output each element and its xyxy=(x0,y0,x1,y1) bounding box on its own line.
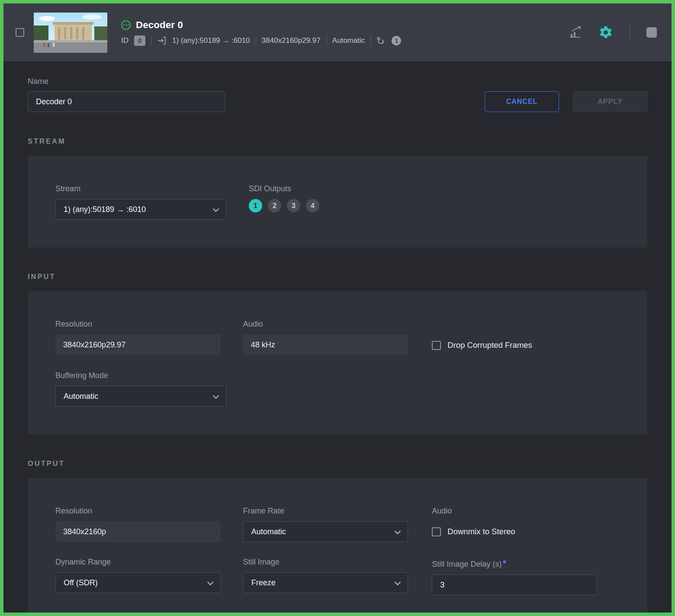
sdi-outputs-row: 1 2 3 4 xyxy=(249,199,420,212)
input-card: Resolution 3840x2160p29.97 Audio 48 kHz … xyxy=(28,291,647,434)
required-dot-icon: ● xyxy=(502,558,506,565)
name-label: Name xyxy=(28,77,225,86)
stream-select-value: 1) (any):50189 → :6010 xyxy=(64,205,146,214)
sdi-output-2[interactable]: 2 xyxy=(268,199,281,212)
output-resolution-value: 3840x2160p xyxy=(55,521,221,542)
drop-corrupted-frames-checkbox-row[interactable]: Drop Corrupted Frames xyxy=(432,335,597,356)
preview-thumbnail xyxy=(34,13,107,53)
stream-field-group: Stream 1) (any):50189 → :6010 xyxy=(55,184,226,220)
frame-rate-select[interactable]: Automatic xyxy=(243,521,408,542)
dynamic-range-value: Off (SDR) xyxy=(64,578,98,587)
dynamic-range-group: Dynamic Range Off (SDR) xyxy=(55,558,221,595)
output-resolution-label: Resolution xyxy=(55,507,221,516)
panel-toggle-icon[interactable] xyxy=(646,27,657,38)
meta-divider xyxy=(256,36,256,45)
page-title: Decoder 0 xyxy=(136,19,183,31)
output-audio-group: Audio Downmix to Stereo xyxy=(432,507,597,542)
still-delay-label: Still Image Delay (s)● xyxy=(432,558,597,569)
header-actions xyxy=(568,23,657,42)
decoder-status-icon xyxy=(121,20,131,30)
thumbnail-image xyxy=(34,13,107,53)
drop-corrupted-frames-label: Drop Corrupted Frames xyxy=(447,340,532,350)
stream-input-icon xyxy=(157,36,167,45)
frame-rate-value: Automatic xyxy=(251,527,286,536)
name-row: Name CANCEL APPLY xyxy=(28,77,647,112)
sdi-output-1[interactable]: 1 xyxy=(249,199,262,212)
downmix-stereo-checkbox-row[interactable]: Downmix to Stereo xyxy=(432,521,597,542)
input-audio-label: Audio xyxy=(243,320,408,329)
output-resolution-group: Resolution 3840x2160p xyxy=(55,507,221,542)
cancel-button[interactable]: CANCEL xyxy=(485,91,559,112)
sdi-output-3[interactable]: 3 xyxy=(287,199,300,212)
decoder-header: Decoder 0 ID 0 1) (any):50189 → :6010 38… xyxy=(3,3,672,61)
buffering-mode-value: Automatic xyxy=(64,392,98,401)
downmix-stereo-checkbox[interactable] xyxy=(432,527,441,536)
still-image-value: Freeze xyxy=(251,578,276,587)
statistics-chart-icon[interactable] xyxy=(568,26,582,39)
title-block: Decoder 0 ID 0 1) (any):50189 → :6010 38… xyxy=(121,19,401,46)
input-resolution-value: 3840x2160p29.97 xyxy=(55,334,221,355)
action-buttons: CANCEL APPLY xyxy=(485,91,647,112)
frame-rate-label: Frame Rate xyxy=(243,507,408,516)
still-delay-input[interactable] xyxy=(432,574,597,595)
chevron-down-icon xyxy=(207,579,213,585)
meta-resolution: 3840x2160p29.97 xyxy=(262,36,321,45)
input-audio-value: 48 kHz xyxy=(243,334,408,355)
stream-card: Stream 1) (any):50189 → :6010 SDI Output… xyxy=(28,156,647,247)
settings-content: Name CANCEL APPLY STREAM Stream 1) (any)… xyxy=(3,61,672,616)
meta-divider xyxy=(151,36,151,45)
header-divider xyxy=(630,23,630,42)
chevron-down-icon xyxy=(213,393,219,399)
buffering-mode-select[interactable]: Automatic xyxy=(55,386,226,407)
meta-mode: Automatic xyxy=(332,36,365,45)
downmix-stereo-label: Downmix to Stereo xyxy=(447,527,515,536)
settings-gear-icon[interactable] xyxy=(598,25,613,40)
sdi-output-4[interactable]: 4 xyxy=(306,199,319,212)
buffering-mode-group: Buffering Mode Automatic xyxy=(55,371,226,407)
output-section-title: OUTPUT xyxy=(28,459,647,468)
sdi-outputs-group: SDI Outputs 1 2 3 4 xyxy=(249,184,420,220)
chevron-down-icon xyxy=(213,206,219,212)
chevron-down-icon xyxy=(395,528,401,534)
buffering-mode-label: Buffering Mode xyxy=(55,371,226,380)
dynamic-range-label: Dynamic Range xyxy=(55,558,221,567)
name-input[interactable] xyxy=(28,91,225,112)
decoder-meta-row: ID 0 1) (any):50189 → :6010 3840x2160p29… xyxy=(121,35,401,46)
dynamic-range-select[interactable]: Off (SDR) xyxy=(55,572,221,593)
id-label: ID xyxy=(121,36,129,45)
output-count-badge: 1 xyxy=(392,36,401,45)
decoder-select-checkbox[interactable] xyxy=(16,28,24,37)
stream-select[interactable]: 1) (any):50189 → :6010 xyxy=(55,199,226,220)
decoder-settings-page: Decoder 0 ID 0 1) (any):50189 → :6010 38… xyxy=(0,0,675,616)
sdi-outputs-label: SDI Outputs xyxy=(249,184,420,193)
input-audio-group: Audio 48 kHz xyxy=(243,320,408,356)
meta-stream-value: 1) (any):50189 → :6010 xyxy=(172,36,250,45)
chevron-down-icon xyxy=(395,579,401,585)
input-resolution-group: Resolution 3840x2160p29.97 xyxy=(55,320,221,356)
name-field-group: Name xyxy=(28,77,225,112)
stream-section-title: STREAM xyxy=(28,137,647,145)
drop-frames-group: Drop Corrupted Frames xyxy=(432,320,597,356)
sdi-output-icon xyxy=(376,36,386,45)
stream-label: Stream xyxy=(55,184,226,193)
id-badge: 0 xyxy=(134,35,145,46)
frame-rate-group: Frame Rate Automatic xyxy=(243,507,408,542)
still-image-group: Still Image Freeze xyxy=(243,558,408,595)
drop-corrupted-frames-checkbox[interactable] xyxy=(432,341,441,350)
still-image-label: Still Image xyxy=(243,558,408,567)
input-resolution-label: Resolution xyxy=(55,320,221,329)
output-card: Resolution 3840x2160p Frame Rate Automat… xyxy=(28,478,647,616)
input-section-title: INPUT xyxy=(28,273,647,281)
still-image-select[interactable]: Freeze xyxy=(243,572,408,593)
meta-divider xyxy=(370,36,371,45)
output-audio-label: Audio xyxy=(432,507,597,516)
apply-button[interactable]: APPLY xyxy=(573,91,647,112)
still-delay-group: Still Image Delay (s)● xyxy=(432,558,597,595)
meta-divider xyxy=(326,36,327,45)
